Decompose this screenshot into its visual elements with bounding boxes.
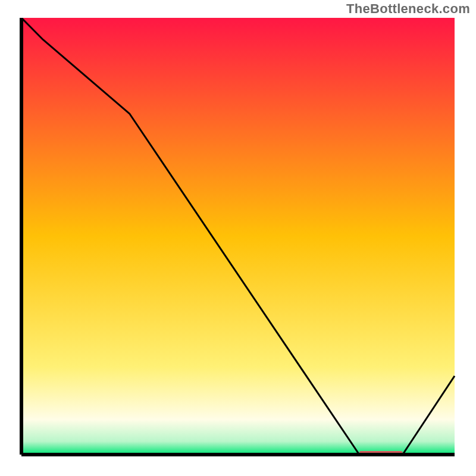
plot-area — [18, 18, 458, 458]
chart-svg — [18, 18, 458, 458]
chart-container: TheBottleneck.com — [0, 0, 476, 476]
source-attribution: TheBottleneck.com — [346, 1, 470, 17]
gradient-background — [21, 18, 455, 455]
